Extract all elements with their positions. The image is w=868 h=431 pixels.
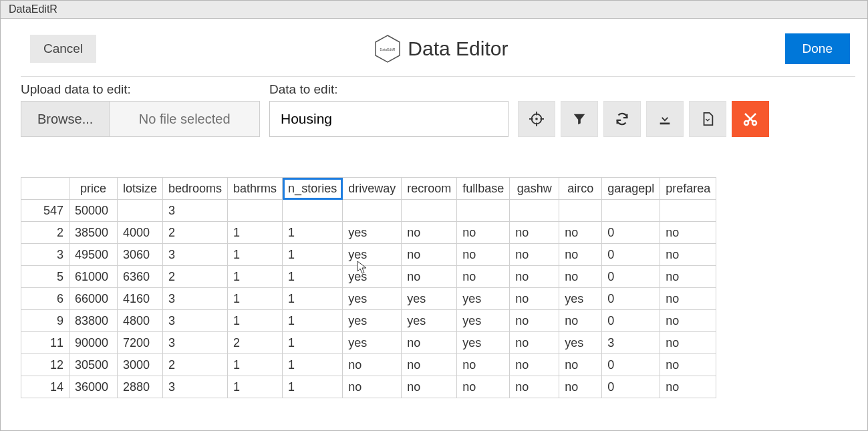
browse-button[interactable]: Browse...	[21, 102, 110, 136]
cell-bedrooms[interactable]: 3	[163, 310, 228, 332]
cell-bathrms[interactable]: 1	[228, 310, 283, 332]
cell-gashw[interactable]: no	[510, 288, 559, 310]
export-button[interactable]	[689, 101, 726, 137]
cell-bathrms[interactable]: 1	[228, 244, 283, 266]
cell-prefarea[interactable]: no	[660, 222, 716, 244]
cell-bathrms[interactable]: 1	[228, 222, 283, 244]
cell-lotsize[interactable]	[118, 200, 163, 222]
cell-recroom[interactable]	[402, 200, 457, 222]
row-number[interactable]: 11	[21, 332, 69, 354]
cell-garagepl[interactable]: 0	[602, 266, 660, 288]
cell-airco[interactable]	[559, 200, 602, 222]
cell-n_stories[interactable]: 1	[283, 222, 343, 244]
cell-driveway[interactable]: no	[343, 354, 402, 376]
cell-price[interactable]: 36000	[69, 376, 118, 398]
cell-lotsize[interactable]: 4160	[118, 288, 163, 310]
cell-bathrms[interactable]: 1	[228, 288, 283, 310]
cell-recroom[interactable]: no	[402, 354, 457, 376]
cell-bathrms[interactable]: 1	[228, 354, 283, 376]
cell-n_stories[interactable]: 1	[283, 354, 343, 376]
cell-airco[interactable]: no	[559, 310, 602, 332]
cell-gashw[interactable]	[510, 200, 559, 222]
cell-prefarea[interactable]: no	[660, 244, 716, 266]
column-header-fullbase[interactable]: fullbase	[457, 178, 510, 200]
filter-button[interactable]	[561, 101, 598, 137]
column-header-garagepl[interactable]: garagepl	[602, 178, 660, 200]
cell-driveway[interactable]: no	[343, 376, 402, 398]
cell-fullbase[interactable]: no	[457, 354, 510, 376]
cell-price[interactable]: 66000	[69, 288, 118, 310]
row-number[interactable]: 12	[21, 354, 69, 376]
cell-lotsize[interactable]: 3060	[118, 244, 163, 266]
cell-lotsize[interactable]: 6360	[118, 266, 163, 288]
cell-recroom[interactable]: no	[402, 376, 457, 398]
cell-driveway[interactable]: yes	[343, 266, 402, 288]
cell-price[interactable]: 61000	[69, 266, 118, 288]
cell-prefarea[interactable]: no	[660, 354, 716, 376]
column-header-bathrms[interactable]: bathrms	[228, 178, 283, 200]
cell-fullbase[interactable]: no	[457, 266, 510, 288]
cell-lotsize[interactable]: 2880	[118, 376, 163, 398]
cell-garagepl[interactable]: 0	[602, 354, 660, 376]
cell-bedrooms[interactable]: 2	[163, 222, 228, 244]
cell-bathrms[interactable]: 1	[228, 266, 283, 288]
cell-recroom[interactable]: no	[402, 244, 457, 266]
cell-gashw[interactable]: no	[510, 266, 559, 288]
cell-fullbase[interactable]	[457, 200, 510, 222]
cell-lotsize[interactable]: 3000	[118, 354, 163, 376]
cell-price[interactable]: 38500	[69, 222, 118, 244]
row-number[interactable]: 5	[21, 266, 69, 288]
cell-fullbase[interactable]: no	[457, 222, 510, 244]
cell-bedrooms[interactable]: 3	[163, 244, 228, 266]
cell-n_stories[interactable]: 1	[283, 266, 343, 288]
cell-price[interactable]: 30500	[69, 354, 118, 376]
cell-gashw[interactable]: no	[510, 354, 559, 376]
cell-recroom[interactable]: no	[402, 266, 457, 288]
cell-airco[interactable]: no	[559, 222, 602, 244]
cell-fullbase[interactable]: yes	[457, 288, 510, 310]
cell-price[interactable]: 90000	[69, 332, 118, 354]
cell-lotsize[interactable]: 7200	[118, 332, 163, 354]
row-number[interactable]: 2	[21, 222, 69, 244]
cell-fullbase[interactable]: no	[457, 376, 510, 398]
cell-recroom[interactable]: no	[402, 222, 457, 244]
data-table[interactable]: pricelotsizebedroomsbathrmsn_storiesdriv…	[21, 177, 716, 398]
cell-n_stories[interactable]: 1	[283, 376, 343, 398]
cell-recroom[interactable]: no	[402, 332, 457, 354]
cell-bedrooms[interactable]: 2	[163, 354, 228, 376]
cell-n_stories[interactable]: 1	[283, 332, 343, 354]
cell-lotsize[interactable]: 4800	[118, 310, 163, 332]
cell-gashw[interactable]: no	[510, 222, 559, 244]
row-number[interactable]: 14	[21, 376, 69, 398]
column-header-prefarea[interactable]: prefarea	[660, 178, 716, 200]
select-columns-button[interactable]	[518, 101, 555, 137]
cell-n_stories[interactable]: 1	[283, 244, 343, 266]
cell-driveway[interactable]: yes	[343, 310, 402, 332]
cell-garagepl[interactable]	[602, 200, 660, 222]
column-header-n_stories[interactable]: n_stories	[283, 178, 343, 200]
column-header-gashw[interactable]: gashw	[510, 178, 559, 200]
cell-airco[interactable]: yes	[559, 288, 602, 310]
cell-bedrooms[interactable]: 3	[163, 332, 228, 354]
cell-n_stories[interactable]	[283, 200, 343, 222]
cell-gashw[interactable]: no	[510, 376, 559, 398]
cell-recroom[interactable]: yes	[402, 310, 457, 332]
row-number[interactable]: 3	[21, 244, 69, 266]
cell-bedrooms[interactable]: 2	[163, 266, 228, 288]
cell-airco[interactable]: no	[559, 354, 602, 376]
refresh-button[interactable]	[603, 101, 641, 137]
cell-n_stories[interactable]: 1	[283, 310, 343, 332]
cell-prefarea[interactable]: no	[660, 310, 716, 332]
cell-garagepl[interactable]: 0	[602, 244, 660, 266]
cell-driveway[interactable]: yes	[343, 288, 402, 310]
cell-fullbase[interactable]: no	[457, 244, 510, 266]
cell-driveway[interactable]: yes	[343, 222, 402, 244]
cell-garagepl[interactable]: 0	[602, 288, 660, 310]
download-button[interactable]	[646, 101, 684, 137]
cell-driveway[interactable]: yes	[343, 244, 402, 266]
cell-fullbase[interactable]: yes	[457, 310, 510, 332]
cell-prefarea[interactable]: no	[660, 266, 716, 288]
column-header-bedrooms[interactable]: bedrooms	[163, 178, 228, 200]
cell-airco[interactable]: no	[559, 266, 602, 288]
cell-bedrooms[interactable]: 3	[163, 288, 228, 310]
